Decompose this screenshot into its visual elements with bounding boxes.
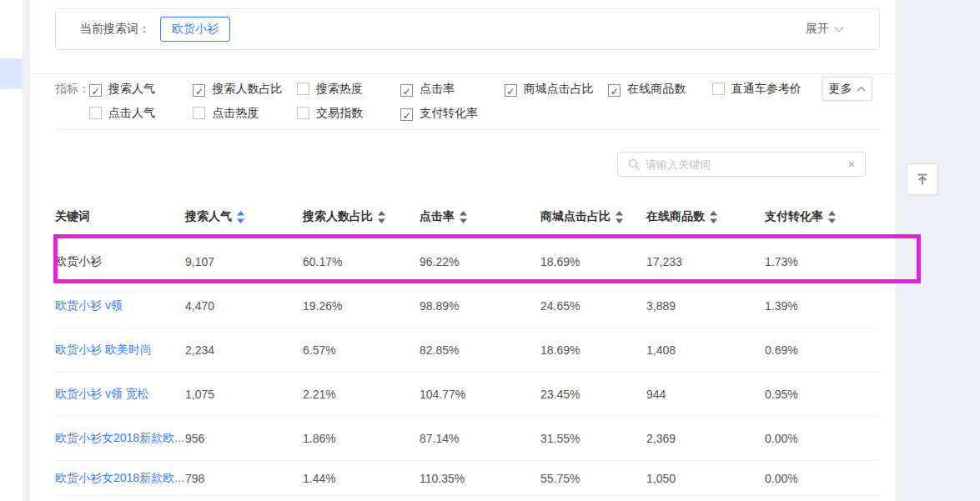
keyword-filter-box: ×: [617, 152, 866, 177]
keyword-cell[interactable]: 欧货小衫女2018新款欧...: [55, 431, 185, 446]
value-cell: 110.35%: [420, 472, 540, 485]
current-search-label: 当前搜索词：: [80, 22, 150, 37]
checkbox[interactable]: ✓: [193, 84, 205, 97]
checkbox-label: 搜索人数占比: [212, 82, 282, 95]
checkbox[interactable]: ✓: [608, 84, 621, 97]
column-header-searcher-ratio[interactable]: 搜索人数占比: [303, 209, 420, 224]
indicator-checkbox-item[interactable]: ✓在线商品数: [608, 81, 708, 97]
value-cell: 0.00%: [765, 432, 880, 445]
keyword-filter-input[interactable]: [646, 158, 848, 171]
value-cell: 1,408: [646, 343, 765, 357]
keyword-cell[interactable]: 欧货小衫女2018新款欧...: [55, 471, 185, 486]
value-cell: 23.45%: [540, 388, 646, 401]
value-cell: 60.17%: [303, 255, 420, 268]
indicator-checkbox-item[interactable]: ✓交易指数: [297, 105, 397, 121]
value-cell: 944: [646, 388, 765, 401]
back-to-top-button[interactable]: [907, 163, 938, 195]
checkbox[interactable]: ✓: [297, 83, 309, 95]
indicator-checkbox-item[interactable]: ✓搜索热度: [297, 81, 397, 97]
checkbox[interactable]: ✓: [712, 83, 725, 95]
value-cell: 104.77%: [420, 388, 540, 401]
value-cell: 6.57%: [303, 343, 420, 357]
value-cell: 98.89%: [420, 299, 540, 313]
checkbox[interactable]: ✓: [89, 107, 102, 119]
value-cell: 18.69%: [540, 255, 646, 268]
sort-icon[interactable]: [378, 211, 385, 223]
checkbox[interactable]: ✓: [400, 108, 413, 121]
keyword-table: 关键词 搜索人气 搜索人数占比 点击率 商城点击占比 在线商品数 支付转化率 欧…: [55, 200, 880, 496]
indicator-checkbox-item[interactable]: ✓搜索人数占比: [193, 81, 293, 97]
value-cell: 1.73%: [765, 255, 880, 268]
value-cell: 24.65%: [540, 299, 646, 313]
value-cell: 1.44%: [303, 472, 420, 485]
indicator-checkbox-item[interactable]: ✓支付转化率: [400, 105, 500, 121]
indicator-checkbox-item[interactable]: ✓点击人气: [89, 105, 189, 121]
checkbox[interactable]: ✓: [193, 107, 205, 119]
checkbox[interactable]: ✓: [400, 84, 413, 97]
indicator-checkbox-item[interactable]: ✓直通车参考价: [712, 81, 812, 97]
value-cell: 1.86%: [303, 432, 420, 445]
value-cell: 1.39%: [765, 299, 880, 313]
table-row: 欧货小衫女2018新款欧... 798 1.44% 110.35% 55.75%…: [55, 461, 880, 496]
value-cell: 0.00%: [765, 472, 880, 485]
column-header-mall-click-ratio[interactable]: 商城点击占比: [540, 209, 646, 224]
more-button[interactable]: 更多: [822, 77, 872, 101]
table-row: 欧货小衫 v领 宽松 1,075 2.21% 104.77% 23.45% 94…: [55, 373, 880, 417]
checkbox-label: 商城点击占比: [524, 82, 594, 95]
sort-icon[interactable]: [710, 211, 717, 223]
keyword-cell: 欧货小衫: [55, 254, 185, 269]
keyword-cell[interactable]: 欧货小衫 v领: [55, 298, 185, 313]
column-header-online-products[interactable]: 在线商品数: [646, 209, 765, 224]
checkbox[interactable]: ✓: [297, 107, 309, 119]
current-search-card: 当前搜索词： 欧货小衫 展开: [55, 8, 880, 50]
arrow-to-top-icon: [914, 171, 931, 188]
left-sidebar: [0, 0, 23, 501]
sort-icon[interactable]: [828, 211, 836, 223]
section-divider: [30, 73, 895, 74]
indicator-checkbox-item[interactable]: ✓搜索人气: [89, 81, 189, 97]
value-cell: 31.55%: [540, 432, 646, 445]
check-mark-icon: ✓: [195, 86, 204, 98]
value-cell: 3,889: [646, 299, 765, 313]
checkbox-label: 搜索人气: [108, 82, 155, 95]
checkbox-label: 交易指数: [316, 106, 363, 119]
clear-input-icon[interactable]: ×: [848, 158, 855, 170]
expand-toggle[interactable]: 展开: [806, 22, 844, 37]
column-header-search-popularity[interactable]: 搜索人气: [185, 209, 303, 224]
check-mark-icon: ✓: [403, 110, 411, 122]
keyword-cell[interactable]: 欧货小衫 v领 宽松: [55, 387, 185, 402]
column-header-keyword: 关键词: [55, 209, 185, 224]
value-cell: 17,233: [646, 255, 765, 268]
checkbox-label: 点击人气: [108, 106, 155, 119]
check-mark-icon: ✓: [403, 86, 411, 98]
indicator-checkbox-item[interactable]: ✓点击热度: [193, 105, 293, 121]
page: 当前搜索词： 欧货小衫 展开 指标： ✓搜索人气 ✓搜索人数占比 ✓搜索热度: [0, 0, 980, 501]
sort-icon[interactable]: [460, 211, 467, 223]
value-cell: 55.75%: [540, 472, 646, 485]
keyword-cell[interactable]: 欧货小衫 欧美时尚: [55, 343, 185, 358]
column-header-conversion-rate[interactable]: 支付转化率: [765, 209, 880, 224]
search-icon: [628, 158, 640, 170]
indicators-section: 指标： ✓搜索人气 ✓搜索人数占比 ✓搜索热度 ✓点击率 ✓商城点击占比: [55, 81, 822, 118]
sidebar-active-item[interactable]: [0, 58, 23, 89]
value-cell: 2,369: [646, 432, 765, 445]
chevron-down-icon: [834, 26, 844, 33]
sort-icon[interactable]: [237, 211, 244, 223]
check-mark-icon: ✓: [91, 86, 99, 98]
table-row: 欧货小衫女2018新款欧... 956 1.86% 87.14% 31.55% …: [55, 417, 880, 461]
value-cell: 956: [185, 432, 303, 445]
table-row: 欧货小衫 欧美时尚 2,234 6.57% 82.85% 18.69% 1,40…: [55, 328, 880, 373]
indicator-checkbox-item[interactable]: ✓商城点击占比: [505, 81, 605, 97]
checkbox[interactable]: ✓: [505, 84, 517, 97]
sort-icon[interactable]: [616, 211, 623, 223]
indicator-checkbox-item[interactable]: ✓点击率: [400, 81, 500, 97]
table-row: 欧货小衫 9,107 60.17% 96.22% 18.69% 17,233 1…: [55, 240, 880, 284]
more-label: 更多: [829, 82, 852, 97]
value-cell: 1,075: [185, 388, 303, 401]
check-mark-icon: ✓: [506, 86, 515, 98]
current-keyword-chip[interactable]: 欧货小衫: [160, 17, 230, 42]
table-row: 欧货小衫 v领 4,470 19.26% 98.89% 24.65% 3,889…: [55, 284, 880, 328]
checkbox[interactable]: ✓: [89, 84, 102, 97]
value-cell: 96.22%: [420, 255, 540, 268]
column-header-click-rate[interactable]: 点击率: [420, 209, 540, 224]
